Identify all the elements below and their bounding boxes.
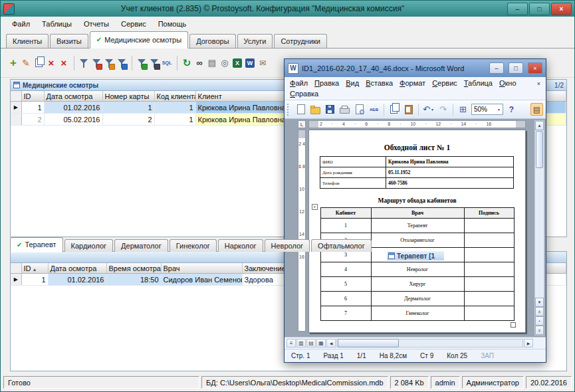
filter-icon[interactable]	[78, 55, 90, 71]
tab-stop-icon[interactable]: L	[298, 120, 306, 128]
menu-file[interactable]: Файл	[6, 18, 36, 30]
app-titlebar[interactable]: Учет клиентов (2.835) © Prostoysoft. Кон…	[1, 1, 574, 17]
cell-doctor[interactable]: Сидоров Иван Семенович	[161, 274, 242, 286]
col-card-number[interactable]: Номер карты	[102, 91, 154, 102]
word-preview-icon[interactable]	[353, 103, 366, 116]
menu-help[interactable]: Помощь	[152, 18, 193, 30]
filter-query-icon[interactable]	[116, 55, 128, 71]
word-minimize-button[interactable]: –	[489, 62, 504, 74]
cell-id[interactable]: 2	[21, 114, 44, 126]
toolbar-grip[interactable]	[287, 104, 290, 116]
word-menu-edit[interactable]: Правка	[311, 78, 342, 88]
cell-id[interactable]: 1	[21, 102, 44, 114]
detail-tab-narcologist[interactable]: Нарколог	[218, 239, 263, 252]
detail-tab-dermatologist[interactable]: Дерматолог	[114, 239, 168, 252]
word-menu-insert[interactable]: Вставка	[362, 78, 396, 88]
scroll-down-icon[interactable]: ▼	[535, 298, 544, 307]
reading-mode-icon[interactable]: ▤	[530, 103, 543, 116]
tab-medical-exams[interactable]: ✔ Медицинские осмотры	[90, 31, 188, 49]
tab-contracts[interactable]: Договоры	[189, 34, 235, 48]
view-outline-icon[interactable]: ▦	[316, 339, 326, 347]
table-resize-handle[interactable]	[511, 322, 516, 328]
vertical-scrollbar[interactable]: ▲ ▼ « • »	[534, 120, 544, 336]
add-record-icon[interactable]: +	[7, 55, 19, 71]
row-selector-cell[interactable]: ▶	[11, 102, 21, 114]
col-exam-date[interactable]: Дата осмотра	[44, 91, 102, 102]
cell-card-number[interactable]: 2	[102, 114, 154, 126]
detail-tab-cardiologist[interactable]: Кардиолог	[64, 239, 114, 252]
detail-tab-neurologist[interactable]: Невролог	[265, 239, 310, 252]
horizontal-ruler[interactable]: 2 · 4 · 6 · 8 · 10 · 12 · 14 · 16	[308, 120, 526, 128]
undo-icon[interactable]: ↶▼	[422, 103, 435, 116]
detail-tab-gynecologist[interactable]: Гинеколог	[170, 239, 217, 252]
tab-clients[interactable]: Клиенты	[6, 34, 49, 48]
word-close-button[interactable]: ×	[528, 62, 542, 74]
view-normal-icon[interactable]: ≡	[287, 339, 296, 347]
detail-tab-therapist[interactable]: ✔ Терапевт	[10, 237, 63, 252]
zoom-combo[interactable]: 50% ▼	[471, 104, 503, 115]
word-menu-view[interactable]: Вид	[342, 78, 362, 88]
cell-id[interactable]: 1	[21, 274, 48, 286]
open-icon[interactable]	[309, 103, 322, 116]
paste-icon[interactable]	[402, 103, 415, 116]
word-menu-help[interactable]: Справка	[287, 88, 322, 99]
view-web-icon[interactable]: ▥	[296, 339, 306, 347]
cell-card-number[interactable]: 1	[102, 102, 154, 114]
mail-icon[interactable]: ✉	[257, 55, 269, 71]
delete-record-icon[interactable]: ×	[45, 55, 57, 71]
col-doctor[interactable]: Врач	[161, 263, 242, 274]
col-client-code[interactable]: Код клиента	[154, 91, 195, 102]
scroll-up-icon[interactable]: ▲	[535, 121, 544, 130]
col-exam-date[interactable]: Дата осмотра	[48, 263, 106, 274]
spelling-icon[interactable]: АБВ	[368, 103, 380, 116]
browse-prev-icon[interactable]: «	[535, 307, 544, 316]
filter-plus-icon[interactable]	[136, 55, 148, 71]
word-menu-window[interactable]: Окно	[496, 78, 520, 88]
scroll-left-icon[interactable]: ◀	[326, 339, 336, 347]
close-button[interactable]: ×	[551, 3, 572, 15]
refresh-icon[interactable]: ↻	[181, 55, 193, 71]
filter-clear-icon[interactable]	[90, 55, 102, 71]
browse-next-icon[interactable]: »	[535, 326, 544, 335]
tab-services[interactable]: Услуги	[237, 34, 273, 48]
print-icon[interactable]: ▤	[206, 55, 218, 71]
scrollbar-thumb[interactable]	[338, 339, 399, 347]
scroll-right-icon[interactable]: ▶	[524, 339, 533, 347]
search-icon[interactable]: ∞	[193, 55, 205, 71]
word-menu-tools[interactable]: Сервис	[429, 78, 461, 88]
print-preview-icon[interactable]: ◎	[219, 55, 231, 71]
view-print-icon[interactable]: ▤	[306, 339, 316, 347]
tab-employees[interactable]: Сотрудники	[274, 34, 327, 48]
menu-tables[interactable]: Таблицы	[36, 18, 78, 30]
menu-reports[interactable]: Отчеты	[78, 18, 115, 30]
cell-exam-date[interactable]: 01.02.2016	[48, 274, 106, 286]
vertical-ruler[interactable]: 2 4 6 8 10 12 14 16	[298, 130, 306, 332]
edit-record-icon[interactable]: ✎	[20, 55, 32, 71]
cell-exam-date[interactable]: 01.02.2016	[44, 102, 102, 114]
filter-az-icon[interactable]	[148, 55, 160, 71]
export-excel-icon[interactable]: X	[231, 55, 243, 71]
word-copy-icon[interactable]	[388, 103, 400, 116]
col-id[interactable]: ID	[21, 91, 44, 102]
new-document-icon[interactable]	[294, 103, 307, 116]
detail-tab-ophthalmologist[interactable]: Офтальмолог	[311, 239, 372, 252]
word-titlebar[interactable]: W ID1_2016-02-20_17_40_46.docx - Microso…	[285, 59, 546, 77]
row-selector-cell[interactable]: ▶	[11, 274, 21, 286]
col-exam-time[interactable]: Время осмотра	[106, 263, 161, 274]
word-menu-file[interactable]: Файл	[287, 78, 311, 88]
insert-table-icon[interactable]: ⊞	[457, 103, 469, 116]
copy-record-icon[interactable]	[33, 55, 45, 71]
minimize-button[interactable]: –	[507, 3, 528, 15]
maximize-button[interactable]: □	[529, 3, 550, 15]
menu-service[interactable]: Сервис	[115, 18, 152, 30]
word-print-icon[interactable]	[338, 103, 351, 116]
row-selector-cell[interactable]	[11, 114, 21, 126]
word-menu-format[interactable]: Формат	[396, 78, 429, 88]
browse-dot-icon[interactable]: •	[535, 316, 544, 326]
horizontal-scrollbar[interactable]	[336, 339, 523, 347]
word-maximize-button[interactable]: □	[509, 62, 523, 74]
document-close-icon[interactable]: ×	[534, 79, 544, 88]
document-page[interactable]: Обходной лист № 1 ФИО Крюкова Ирина Павл…	[308, 130, 526, 333]
cell-exam-date[interactable]: 05.02.2016	[44, 114, 102, 126]
col-id[interactable]: ID▲	[21, 263, 48, 274]
